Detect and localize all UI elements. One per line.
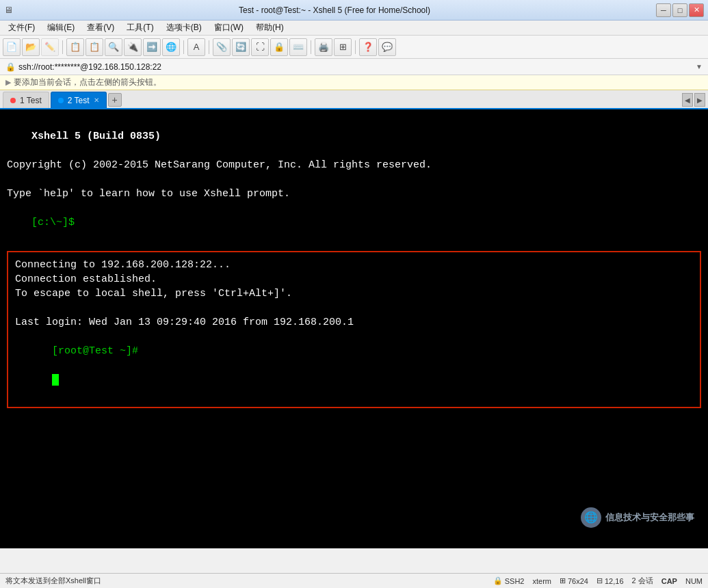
tip-text: 要添加当前会话，点击左侧的箭头按钮。 (14, 77, 161, 88)
add-tab-button[interactable]: + (108, 93, 122, 107)
tab-navigation: ◀ ▶ (682, 93, 705, 107)
menu-bar: 文件(F) 编辑(E) 查看(V) 工具(T) 选项卡(B) 窗口(W) 帮助(… (0, 21, 708, 36)
watermark: 🌐 信息技术与安全那些事 (581, 507, 694, 528)
ssh-line-2: Connection established. (15, 272, 693, 286)
size-label: 76x24 (568, 577, 588, 585)
ssh-line-5: Last login: Wed Jan 13 09:29:40 2016 fro… (15, 315, 693, 330)
xterm-status: xterm (533, 577, 552, 585)
terminal[interactable]: Xshell 5 (Build 0835) Copyright (c) 2002… (0, 109, 708, 548)
term-line-2: Copyright (c) 2002-2015 NetSarang Comput… (7, 158, 701, 172)
paste-button[interactable]: 📋 (86, 38, 103, 56)
minimize-button[interactable]: ─ (656, 3, 671, 17)
xterm-label: xterm (533, 577, 552, 585)
position-status: ⊟ 12,16 (596, 576, 624, 585)
status-left: 将文本发送到全部Xshell窗口 (5, 576, 489, 586)
address-lock-icon: 🔒 (5, 62, 16, 72)
ssh-connection-box: Connecting to 192.168.200.128:22... Conn… (7, 251, 701, 408)
tab-2[interactable]: 2 Test ✕ (51, 92, 107, 108)
ssh-prompt: [root@Test ~]# (15, 330, 693, 401)
tab-bar: 1 Test 2 Test ✕ + ◀ ▶ (0, 90, 708, 109)
chat-button[interactable]: 💬 (378, 38, 396, 56)
help-button[interactable]: ❓ (359, 38, 377, 56)
terminal-cursor (52, 374, 59, 386)
tab-prev-button[interactable]: ◀ (682, 93, 693, 107)
num-status: NUM (685, 577, 703, 585)
maximize-button[interactable]: □ (672, 3, 687, 17)
close-button[interactable]: ✕ (689, 3, 704, 17)
toolbar-btn13[interactable]: 📎 (213, 38, 231, 56)
send-to-all-text: 将文本发送到全部Xshell窗口 (5, 576, 101, 586)
open-button[interactable]: 📂 (22, 38, 40, 56)
print-button[interactable]: 🖨️ (315, 38, 332, 56)
fullscreen-button[interactable]: ⛶ (251, 38, 269, 56)
num-label: NUM (685, 577, 703, 585)
menu-tabs[interactable]: 选项卡(B) (161, 21, 207, 35)
toolbar-btn19[interactable]: ⊞ (334, 38, 352, 56)
find-button[interactable]: 🔍 (105, 38, 122, 56)
watermark-text: 信息技术与安全那些事 (605, 511, 694, 524)
tip-arrow-icon: ▶ (5, 78, 11, 87)
tab-1[interactable]: 1 Test (3, 92, 49, 108)
menu-window[interactable]: 窗口(W) (209, 21, 249, 35)
resize-icon: ⊞ (560, 576, 566, 585)
sessions-status: 2 会话 (632, 576, 653, 586)
ssh-line-4 (15, 301, 693, 315)
term-line-4: Type `help' to learn how to use Xshell p… (7, 187, 701, 201)
globe-button[interactable]: 🌐 (162, 38, 180, 56)
lock-status-icon: 🔒 (493, 576, 503, 585)
title-bar: 🖥 Test - root@Test:~ - Xshell 5 (Free fo… (0, 0, 708, 21)
term-line-3 (7, 172, 701, 187)
tab-next-button[interactable]: ▶ (694, 93, 705, 107)
address-bar: 🔒 ssh://root:********@192.168.150.128:22… (0, 59, 708, 75)
lock-button[interactable]: 🔒 (270, 38, 288, 56)
ssh-line-3: To escape to local shell, press 'Ctrl+Al… (15, 286, 693, 301)
menu-edit[interactable]: 编辑(E) (42, 21, 80, 35)
toolbar-btn3[interactable]: ✏️ (41, 38, 59, 56)
tab2-indicator (58, 98, 64, 103)
menu-help[interactable]: 帮助(H) (250, 21, 289, 35)
menu-file[interactable]: 文件(F) (3, 21, 40, 35)
window-title: Test - root@Test:~ - Xshell 5 (Free for … (13, 5, 656, 15)
address-dropdown-icon[interactable]: ▼ (696, 63, 703, 70)
copy-button[interactable]: 📋 (66, 38, 84, 56)
watermark-icon: 🌐 (581, 507, 601, 528)
tab1-indicator (10, 98, 16, 103)
status-right: 🔒 SSH2 xterm ⊞ 76x24 ⊟ 12,16 2 会话 CAP NU… (493, 576, 703, 586)
sessions-label: 2 会话 (632, 576, 653, 586)
term-line-1: Xshell 5 (Build 0835) (7, 115, 701, 158)
status-bar: 将文本发送到全部Xshell窗口 🔒 SSH2 xterm ⊞ 76x24 ⊟ … (0, 573, 708, 588)
cap-status: CAP (661, 577, 677, 585)
position-icon: ⊟ (596, 576, 603, 585)
keyboard-button[interactable]: ⌨️ (289, 38, 307, 56)
cap-label: CAP (661, 577, 677, 585)
ssh-status: 🔒 SSH2 (493, 576, 525, 585)
tab2-close-icon[interactable]: ✕ (94, 96, 99, 104)
title-controls: ─ □ ✕ (656, 3, 704, 17)
toolbar-btn14[interactable]: 🔄 (232, 38, 250, 56)
tab1-label: 1 Test (20, 96, 42, 105)
tab2-label: 2 Test (68, 96, 90, 105)
address-url[interactable]: ssh://root:********@192.168.150.128:22 (18, 62, 161, 72)
ssh-line-1: Connecting to 192.168.200.128:22... (15, 258, 693, 272)
position-label: 12,16 (605, 577, 624, 585)
connect-button[interactable]: 🔌 (124, 38, 142, 56)
toolbar-btn9[interactable]: ➡️ (143, 38, 161, 56)
font-button[interactable]: A (187, 38, 205, 56)
new-session-button[interactable]: 📄 (3, 38, 21, 56)
tip-bar: ▶ 要添加当前会话，点击左侧的箭头按钮。 (0, 75, 708, 90)
ssh-label: SSH2 (505, 577, 525, 585)
size-status: ⊞ 76x24 (560, 576, 588, 585)
toolbar: 📄 📂 ✏️ 📋 📋 🔍 🔌 ➡️ 🌐 A 📎 🔄 ⛶ 🔒 ⌨️ 🖨️ ⊞ ❓ … (0, 36, 708, 59)
menu-tools[interactable]: 工具(T) (121, 21, 159, 35)
menu-view[interactable]: 查看(V) (81, 21, 120, 35)
term-prompt-1: [c:\~]$ (7, 201, 701, 244)
